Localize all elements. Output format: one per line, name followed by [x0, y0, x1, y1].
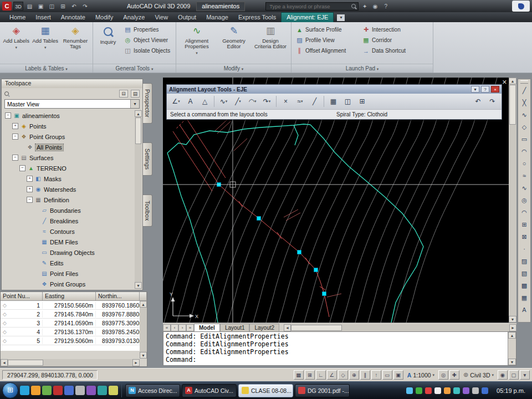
tree-item-boundaries[interactable]: ▱ Boundaries	[3, 205, 134, 216]
tray-icon[interactable]	[453, 387, 460, 394]
expand-icon[interactable]: +	[12, 123, 18, 129]
snap-toggle[interactable]: ▦	[294, 370, 304, 380]
tree-item-contours[interactable]: ≈ Contours	[3, 226, 134, 237]
undo-icon[interactable]: ↶	[471, 95, 485, 108]
civil3d-app-icon[interactable]: C	[2, 2, 12, 11]
taskbar-clock[interactable]: 05:19 p.m.	[491, 387, 530, 394]
label-tool-icon[interactable]: A	[183, 95, 197, 108]
tab-settings[interactable]: Settings	[143, 142, 152, 176]
scroll-up-icon[interactable]: ▲	[140, 301, 147, 308]
table-row[interactable]: ◇5 279129.5060m 8939793.0130m	[1, 336, 147, 345]
pick-sub-entity-icon[interactable]: ⊞	[355, 95, 369, 108]
tangent-tool-icon[interactable]: ∠▾	[169, 95, 183, 108]
tab-view[interactable]: View	[150, 13, 173, 22]
quick-launch-icon[interactable]	[53, 386, 63, 395]
next-tab-icon[interactable]: ›	[178, 324, 186, 331]
scroll-down-icon[interactable]: ▼	[509, 316, 516, 323]
scroll-left-icon[interactable]: ◄	[284, 324, 291, 331]
scroll-right-icon[interactable]: ►	[132, 359, 140, 366]
ellipse-arc-icon[interactable]: ◠	[519, 206, 530, 218]
delete-pi-icon[interactable]: ×	[279, 95, 293, 108]
quick-launch-icon[interactable]	[98, 386, 107, 395]
tree-item-surfaces[interactable]: − ▤ Surfaces	[3, 152, 134, 163]
favorites-icon[interactable]: ✦	[360, 3, 369, 9]
tray-icon[interactable]	[406, 387, 413, 394]
toolspace-search-icon[interactable]	[4, 91, 9, 96]
arc-tool-icon[interactable]: ◠▾	[245, 95, 259, 108]
spiral-tool-icon[interactable]: ≈▾	[293, 95, 307, 108]
tab-insert[interactable]: Insert	[30, 13, 56, 22]
gradient-icon[interactable]: ▧	[519, 267, 530, 279]
line-tool-icon[interactable]: ╱▾	[231, 95, 245, 108]
tree-item-watersheds[interactable]: + ◉ Watersheds	[3, 184, 134, 195]
tab-output[interactable]: Output	[173, 13, 201, 22]
close-icon[interactable]: ×	[491, 86, 499, 93]
taskbar-button-clase[interactable]: CLASE 08-08...	[238, 384, 293, 397]
tray-icon[interactable]	[444, 387, 451, 394]
table-icon[interactable]: ▦	[519, 291, 530, 304]
arc-icon[interactable]: ◠	[519, 145, 530, 157]
alignment-properties-button[interactable]: ∿ Alignment Properties ▾	[178, 24, 215, 57]
polygon-icon[interactable]: ◇	[519, 121, 530, 133]
construction-line-icon[interactable]: ╳	[519, 96, 530, 109]
scroll-up-icon[interactable]: ▲	[508, 332, 516, 339]
canvas-vertical-scrollbar[interactable]: ▲ ▼	[509, 78, 516, 323]
region-icon[interactable]: ▩	[519, 279, 530, 291]
tab-analyze[interactable]: Analyze	[118, 13, 150, 22]
table-horizontal-scrollbar[interactable]: ◄ ►	[1, 359, 140, 366]
quick-launch-icon[interactable]	[64, 386, 74, 395]
panorama-icon[interactable]: ▤	[131, 90, 140, 98]
chevron-down-icon[interactable]: ▾	[130, 100, 139, 108]
volume-icon[interactable]	[472, 387, 479, 394]
expand-icon[interactable]: +	[27, 176, 33, 182]
collapse-icon[interactable]: −	[5, 112, 11, 119]
scroll-left-icon[interactable]: ◄	[1, 359, 8, 366]
polar-toggle[interactable]: ∠	[327, 370, 337, 380]
workspace-switcher[interactable]: ⊛ Civil 3D ▾	[461, 371, 497, 378]
annotation-visibility-toggle[interactable]: ◎	[438, 370, 448, 380]
communication-center-icon[interactable]: ◉	[371, 3, 380, 9]
surface-profile-button[interactable]: ▲ Surface Profile	[294, 24, 359, 35]
first-tab-icon[interactable]: «	[163, 324, 171, 331]
search-input[interactable]	[268, 3, 349, 10]
tab-home[interactable]: Home	[4, 13, 30, 22]
sub-entity-editor-icon[interactable]: ◫	[341, 95, 355, 108]
layout-tools-title-bar[interactable]: Alignment Layout Tools - EJE ▾ ? ×	[167, 85, 502, 94]
tree-item-point-groups[interactable]: − ❖ Point Groups	[3, 131, 134, 142]
table-vertical-scrollbar[interactable]: ▲ ▼	[140, 301, 147, 359]
quick-launch-icon[interactable]	[109, 386, 118, 395]
undo-icon[interactable]: ↶	[69, 2, 79, 11]
prev-tab-icon[interactable]: ‹	[171, 324, 178, 331]
tree-item-breaklines[interactable]: ╱ Breaklines	[3, 216, 134, 226]
isolate-objects-button[interactable]: ◫ Isolate Objects	[122, 45, 172, 56]
infocenter-search[interactable]	[265, 2, 359, 11]
scroll-right-icon[interactable]: ►	[509, 324, 516, 331]
tree-item-point-groups-def[interactable]: ❖ Point Groups	[3, 279, 134, 289]
network-icon[interactable]	[482, 387, 488, 394]
corridor-button[interactable]: ▦ Corridor	[360, 35, 408, 45]
quick-launch-icon[interactable]	[75, 386, 85, 395]
tree-item-alineamientos[interactable]: − ▣ alineamientos	[3, 110, 134, 121]
properties-button[interactable]: ▤ Properties	[122, 24, 172, 35]
rectangle-icon[interactable]: ▭	[519, 133, 530, 145]
tab-alignment-eje[interactable]: Alignment: EJE	[281, 12, 334, 22]
ellipse-icon[interactable]: ◎	[519, 194, 530, 206]
alignment-layout-tools-window[interactable]: Alignment Layout Tools - EJE ▾ ? × ∠▾ A …	[166, 84, 502, 120]
cleanscreen-toggle[interactable]: ▢	[509, 370, 519, 380]
tree-item-dem-files[interactable]: ▦ DEM Files	[3, 237, 134, 247]
tree-item-all-points[interactable]: ❖ All Points	[3, 142, 134, 152]
point-icon[interactable]: ·	[519, 243, 530, 255]
toolspace-title[interactable]: Toolspace	[2, 79, 142, 88]
scroll-up-icon[interactable]: ▲	[135, 110, 142, 117]
view-selector-dropdown[interactable]: Master View ▾	[4, 99, 140, 109]
command-scrollbar[interactable]: ▲ ▼	[508, 332, 516, 365]
tray-icon[interactable]	[425, 387, 432, 394]
offset-alignment-button[interactable]: ∥ Offset Alignment	[294, 45, 359, 56]
tree-item-edits[interactable]: ✎ Edits	[3, 258, 134, 268]
menu-browser-icon[interactable]: 3D	[13, 2, 23, 11]
scrollbar-thumb[interactable]	[135, 117, 141, 144]
panel-title-labels-tables[interactable]: Labels & Tables ▾	[0, 64, 93, 73]
scroll-down-icon[interactable]: ▼	[508, 359, 516, 365]
insert-block-icon[interactable]: ⊞	[519, 218, 530, 231]
pin-icon[interactable]: ▾	[471, 86, 479, 93]
